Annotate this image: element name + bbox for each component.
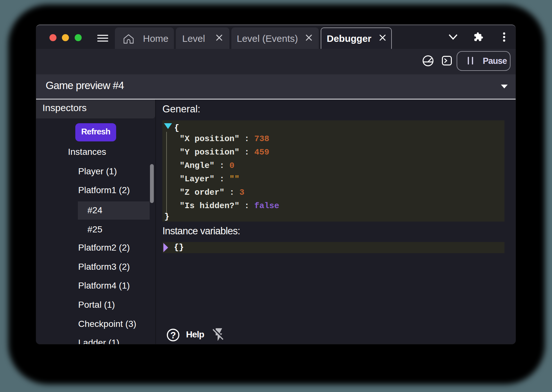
svg-text:?: ? [170,330,176,340]
